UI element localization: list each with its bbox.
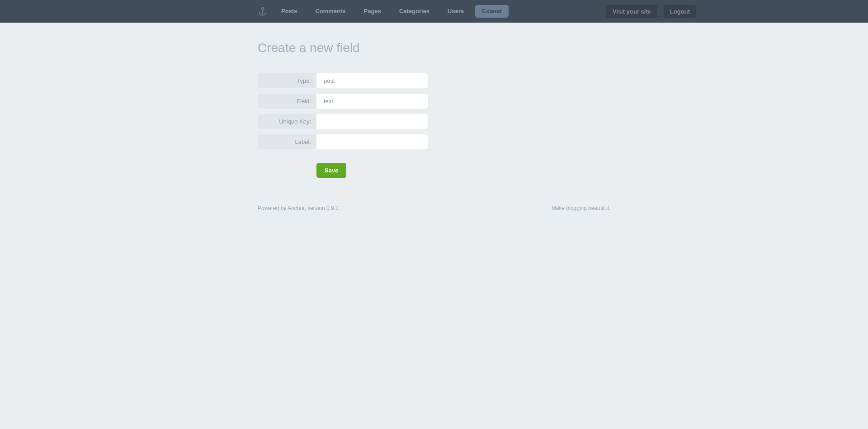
anchor-logo-icon <box>258 6 268 16</box>
create-field-form: Type: post Field: text Unique Key: Label… <box>258 73 610 178</box>
row-unique-key: Unique Key: <box>258 114 610 129</box>
input-unique-key[interactable] <box>316 114 428 129</box>
label-label: Label: <box>258 134 316 149</box>
topbar-actions: Visit your site Logout <box>606 0 696 23</box>
nav-comments[interactable]: Comments <box>306 0 354 23</box>
footer-tagline: Make blogging beautiful. <box>552 205 610 211</box>
label-type: Type: <box>258 73 316 88</box>
nav-users[interactable]: Users <box>439 0 473 23</box>
select-type[interactable]: post <box>316 73 428 88</box>
save-button[interactable]: Save <box>316 163 346 178</box>
svg-point-0 <box>262 7 264 9</box>
nav-posts[interactable]: Posts <box>272 0 306 23</box>
input-label[interactable] <box>316 134 428 149</box>
nav-extend[interactable]: Extend <box>475 5 508 18</box>
topbar: Posts Comments Pages Categories Users Ex… <box>0 0 868 23</box>
select-field[interactable]: text <box>316 94 428 109</box>
nav-categories[interactable]: Categories <box>390 0 439 23</box>
main-nav: Posts Comments Pages Categories Users Ex… <box>272 0 511 23</box>
label-unique-key: Unique Key: <box>258 114 316 129</box>
row-field: Field: text <box>258 94 610 109</box>
row-type: Type: post <box>258 73 610 88</box>
visit-site-button[interactable]: Visit your site <box>606 5 657 18</box>
nav-pages[interactable]: Pages <box>355 0 390 23</box>
footer-version: Powered by Anchor, version 0.9.2. <box>258 205 340 211</box>
row-label: Label: <box>258 134 610 149</box>
label-field: Field: <box>258 94 316 109</box>
main-content: Create a new field Type: post Field: tex… <box>258 23 610 211</box>
page-title: Create a new field <box>258 41 610 55</box>
logout-button[interactable]: Logout <box>664 5 696 18</box>
footer: Powered by Anchor, version 0.9.2. Make b… <box>258 205 610 211</box>
